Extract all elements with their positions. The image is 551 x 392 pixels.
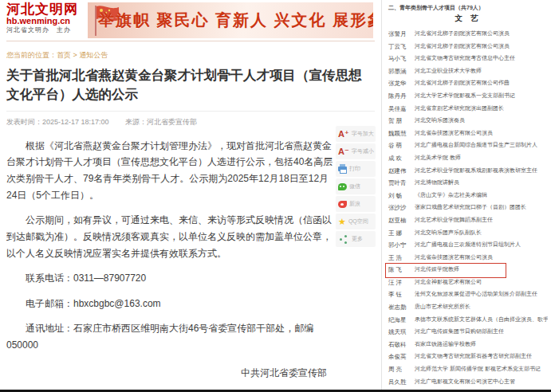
person-org: 沧州文化旅游发展促进中心活动策划推介部副主任 (415, 291, 537, 297)
person-org: 河北工业职业技术大学教师 (415, 68, 482, 74)
slogan-banner: 举旗帜 聚民心 育新人 兴文化 展形象 (88, 2, 373, 38)
article-paragraph: 公示期间，如有异议，可通过来电、来信、来访等形式反映情况（信函以到达邮戳为准）。… (6, 212, 338, 261)
person-org: 承德市文联系统新文艺群体人员（自由择业演员、歌手） (415, 316, 548, 323)
wechat-icon (338, 183, 347, 190)
person-org: 河北广播电视台三农频道特别节目组制片人 (415, 241, 521, 248)
tool-label: 字号加大 (352, 130, 374, 138)
breadcrumb-home-link[interactable]: 首页 (57, 51, 71, 59)
font-decrease-icon: A⁻ (338, 147, 349, 156)
person-org: 河北艺术职业学院影视系戏剧影视表演教研室主任 (415, 167, 537, 174)
roster-list: 张警月河北省河北梆子剧院演艺有限公司演员丁云飞河北省河北梆子剧院演艺有限公司演员… (388, 30, 548, 386)
person-org: 河北省杂技团演艺有限公司演员 (415, 130, 493, 136)
roster-row: 吕久胜河北广电影视文化有限公司演艺中心主管 (388, 378, 548, 386)
person-name: 刘 畅 (388, 192, 415, 199)
tool-label: 更多 (352, 235, 363, 243)
roster-row: 王 娜河北交响乐团声乐队副队长 (388, 229, 548, 237)
font-increase-icon: A⁺ (338, 130, 349, 139)
person-name: 吴佳嘉 (388, 105, 415, 112)
article-meta: 发表时间：2025-12-17 18:17:00 来源：河北省委宣传部 (6, 112, 375, 129)
breadcrumb-prefix: 您当前的位置： (6, 51, 57, 59)
roster-section-title: 二、青年类别骨干人才项目（共79人） (388, 4, 548, 12)
tool-label: 新浪 (349, 200, 360, 208)
person-org: 河北广电影视文化有限公司演艺中心主管 (415, 378, 515, 385)
person-name: 汪 洋 (388, 279, 415, 286)
share-toolbar: A⁺字号加大A⁻字号减小打印微信新浪★QQ空间更多 (336, 126, 376, 249)
breadcrumb-separator: > (73, 51, 77, 59)
person-name: 赵亚楠 (388, 217, 415, 224)
person-name: 张沙沙 (388, 204, 415, 211)
share-more-icon (340, 238, 342, 241)
tool-font-inc[interactable]: A⁺字号加大 (336, 126, 376, 142)
person-org: 《唐山文学》杂志社美术编辑 (415, 192, 487, 198)
person-name: 郭小宁 (388, 241, 415, 249)
person-name: 马小飞 (388, 55, 415, 62)
person-org: 河北艺术职业学院舞蹈系副主任 (415, 217, 493, 223)
roster-row: 张警月河北省河北梆子剧院演艺有限公司演员 (388, 30, 548, 37)
person-org: 河北省文物考古研究院考古信息中心主任 (415, 55, 515, 61)
tool-weibo[interactable]: 新浪 (336, 196, 376, 212)
tool-wechat[interactable]: 微信 (336, 178, 376, 194)
banner-slogan-text: 举旗帜 聚民心 育新人 兴文化 展形象 (88, 10, 373, 31)
site-logo-title[interactable]: 河北文明网 (6, 2, 78, 17)
person-name: 吕久胜 (388, 378, 415, 386)
roster-row: 周 亮河北师范大学 新闻传播学院 影视艺术系党支部书记 (388, 366, 548, 373)
roster-row: 姚天琪河北广电传媒集团节目购销部副主任 (388, 328, 548, 335)
person-org: 河北广播电视台新闻综合频道节目生产三部制片人 (415, 142, 537, 148)
roster-row: 崔志勋唐山市艺术研究所所长 (388, 304, 548, 311)
roster-row: 张龙华河北省河北梆子剧院演艺有限公司作曲 (388, 80, 548, 87)
roster-row: 王 浩河北省杂技团演艺有限公司演员 (388, 254, 548, 261)
breadcrumb: 您当前的位置：首页 > 通知公告 (6, 50, 375, 61)
person-name: 姚天琪 (388, 328, 415, 335)
roster-panel: 二、青年类别骨干人才项目（共79人） 文 艺 张警月河北省河北梆子剧院演艺有限公… (381, 0, 551, 390)
person-org: 河北博物院讲解员 (415, 179, 459, 186)
person-name: 魏颖慧 (388, 130, 415, 137)
article-column: 河北文明网 hb.wenming.cn 河北省文明办 主办 举旗帜 聚民心 育新… (0, 0, 381, 390)
roster-row: 赵建伟河北艺术职业学院影视系戏剧影视表演教研室主任 (388, 167, 548, 174)
tool-font-dec[interactable]: A⁻字号减小 (336, 143, 376, 159)
roster-row: 余俊英河北省文物考古研究院新石器考古研究部副主任 (388, 353, 548, 360)
tool-more[interactable]: 更多 (336, 231, 376, 247)
person-name: 崔志勋 (388, 304, 415, 311)
person-org: 河北省文物考古研究院新石器考古研究部副主任 (415, 353, 532, 359)
article-source: 来源：河北省委宣传部 (125, 118, 197, 126)
roster-row: 张沙沙张家口戏曲艺术研究院口梆子（晋剧）团团长 (388, 204, 548, 211)
roster-row: 纪海星承德市文联系统新文艺群体人员（自由择业演员、歌手） (388, 316, 548, 323)
signature-block: 中共河北省委宣传部 2025年12月17日 (6, 367, 338, 392)
person-org: 河北交响乐团演奏员 (415, 117, 465, 123)
roster-row: 成 欢河北美术学院 教师 (388, 155, 548, 162)
roster-row: 汪 洋河北金神影视艺术有限公司 (388, 279, 548, 286)
person-org: 河北金神影视艺术有限公司 (415, 279, 482, 285)
person-org: 河北美术学院 教师 (415, 155, 461, 161)
article-paragraph: 通讯地址：石家庄市桥西区维明南大街46号省委宣传部干部处，邮编050000 (6, 320, 338, 353)
person-org: 河北传媒学院教师 (415, 266, 459, 272)
person-name: 陈 飞 (388, 266, 415, 273)
article-paragraph: 电子邮箱：hbxcbgbc@163.com (6, 296, 338, 312)
site-logo[interactable]: 河北文明网 hb.wenming.cn 河北省文明办 主办 (6, 2, 78, 34)
person-org: 河北省河北梆子剧院演艺有限公司演员 (415, 30, 510, 37)
tool-print[interactable]: 打印 (336, 161, 376, 177)
roster-row: 丁云飞河北省河北梆子剧院演艺有限公司演员 (388, 43, 548, 50)
person-name: 贺 朋 (388, 117, 415, 124)
person-name: 余俊英 (388, 353, 415, 360)
qzone-star-icon: ★ (338, 218, 346, 226)
roster-row: 石敬科石家庄铁路运输学校教师 (388, 341, 548, 348)
roster-row: 贾叶青河北博物院讲解员 (388, 179, 548, 186)
tool-label: 打印 (349, 165, 360, 173)
tool-label: 字号减小 (352, 147, 374, 155)
person-name: 丁云飞 (388, 43, 415, 50)
person-name: 陈丹丹 (388, 92, 415, 100)
person-name: 李 钰 (388, 291, 415, 298)
article-body: 根据《河北省燕赵黄金台聚才计划管理办法》，现对首批河北省燕赵黄金台聚才计划骨干人… (6, 138, 338, 354)
roster-row-highlighted: 陈 飞河北传媒学院教师 (388, 266, 548, 273)
roster-row: 郭墨涵河北工业职业技术大学教师 (388, 68, 548, 75)
roster-row: 陈丹丹河北大学艺术学院影视系一党支部副书记 (388, 92, 548, 100)
person-name: 郭墨涵 (388, 68, 415, 75)
breadcrumb-current-link[interactable]: 通知公告 (79, 51, 108, 59)
site-header: 河北文明网 hb.wenming.cn 河北省文明办 主办 举旗帜 聚民心 育新… (6, 0, 375, 41)
person-name: 成 欢 (388, 155, 415, 162)
tool-label: QQ空间 (348, 218, 368, 225)
tool-qzone[interactable]: ★QQ空间 (336, 214, 376, 229)
page: 河北文明网 hb.wenming.cn 河北省文明办 主办 举旗帜 聚民心 育新… (0, 0, 551, 392)
site-logo-domain[interactable]: hb.wenming.cn (6, 17, 78, 26)
roster-category: 文 艺 (388, 14, 548, 24)
